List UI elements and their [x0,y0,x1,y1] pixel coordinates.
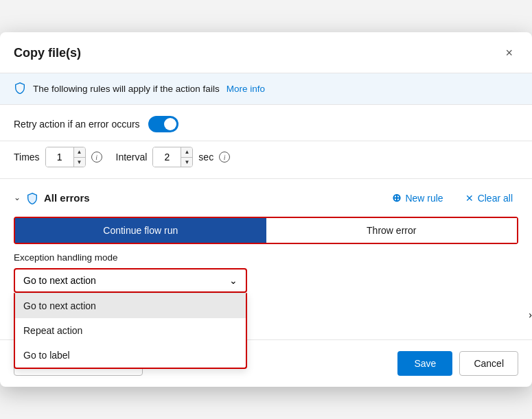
cancel-button[interactable]: Cancel [459,351,518,376]
chevron-down-icon: ⌄ [229,275,238,286]
dropdown-item-go-to-next[interactable]: Go to next action [15,294,246,318]
save-button[interactable]: Save [397,351,452,376]
clear-all-button[interactable]: ✕ Clear all [460,190,518,206]
times-group: Times 1 ▲ ▼ i [14,147,102,167]
dropdown-selected-value: Go to next action [23,275,96,286]
new-rule-label: New rule [405,193,443,204]
times-info-icon[interactable]: i [91,152,102,163]
interval-decrement[interactable]: ▼ [181,157,192,167]
tab-bar: Continue flow run Throw error [14,217,518,244]
info-banner: The following rules will apply if the ac… [0,73,532,105]
errors-title-group: ⌄ All errors [14,191,90,204]
exception-dropdown[interactable]: Go to next action ⌄ [14,268,247,293]
info-banner-text: The following rules will apply if the ac… [33,84,220,94]
retry-label: Retry action if an error occurs [14,119,140,130]
tab-continue-flow[interactable]: Continue flow run [15,218,266,243]
more-info-link[interactable]: More info [227,84,265,94]
interval-spinners: ▲ ▼ [181,147,192,167]
collapse-handle[interactable]: › [529,309,532,320]
dialog-copy-files: Copy file(s) × The following rules will … [0,32,532,387]
times-decrement[interactable]: ▼ [74,157,85,167]
dropdown-menu: Go to next action Repeat action Go to la… [14,293,247,369]
interval-group: Interval 2 ▲ ▼ sec i [116,147,231,167]
new-rule-button[interactable]: ⊕ New rule [386,189,448,207]
interval-input-group: 2 ▲ ▼ [152,147,193,167]
x-icon: ✕ [465,193,474,204]
dialog-header: Copy file(s) × [0,32,532,73]
dropdown-container: Go to next action ⌄ Go to next action Re… [14,268,518,293]
times-label: Times [14,152,40,163]
errors-section: ⌄ All errors ⊕ New rule ✕ Clear all [0,179,532,298]
dropdown-item-go-to-label[interactable]: Go to label [15,343,246,368]
shield-icon [14,82,26,96]
exception-handling-section: Exception handling mode Go to next actio… [14,252,518,298]
plus-icon: ⊕ [392,191,401,204]
dialog-title: Copy file(s) [14,46,81,60]
chevron-down-icon[interactable]: ⌄ [14,193,21,202]
retry-section: Retry action if an error occurs [0,105,532,141]
errors-actions: ⊕ New rule ✕ Clear all [386,189,518,207]
times-spinners: ▲ ▼ [73,147,85,167]
tab-throw-error[interactable]: Throw error [266,218,518,243]
interval-increment[interactable]: ▲ [181,147,192,157]
dropdown-item-repeat[interactable]: Repeat action [15,318,246,343]
exception-label: Exception handling mode [14,252,518,263]
clear-all-label: Clear all [478,193,513,204]
errors-shield-icon [26,191,38,204]
times-input-group: 1 ▲ ▼ [45,147,86,167]
footer-right-actions: Save Cancel [397,351,518,376]
interval-unit: sec [198,152,213,163]
interval-info-icon[interactable]: i [219,152,230,163]
interval-label: Interval [116,152,148,163]
interval-input[interactable]: 2 [153,147,181,167]
retry-toggle[interactable] [148,116,178,132]
times-interval-row: Times 1 ▲ ▼ i Interval 2 ▲ ▼ sec i [0,141,532,179]
close-button[interactable]: × [500,43,518,63]
errors-title: All errors [44,192,90,204]
times-input[interactable]: 1 [46,147,73,167]
times-increment[interactable]: ▲ [74,147,85,157]
errors-header: ⌄ All errors ⊕ New rule ✕ Clear all [14,189,518,207]
